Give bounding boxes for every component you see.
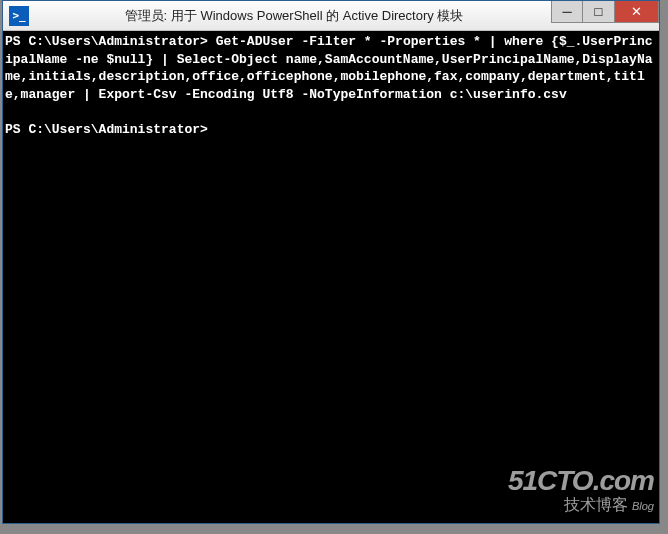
titlebar[interactable]: >_ 管理员: 用于 Windows PowerShell 的 Active D…: [3, 1, 659, 31]
powershell-window: >_ 管理员: 用于 Windows PowerShell 的 Active D…: [2, 0, 660, 524]
minimize-button[interactable]: ─: [551, 1, 583, 23]
close-button[interactable]: ✕: [615, 1, 659, 23]
prompt-2: PS C:\Users\Administrator>: [5, 122, 216, 137]
maximize-button[interactable]: □: [583, 1, 615, 23]
prompt-1: PS C:\Users\Administrator>: [5, 34, 208, 49]
terminal-body[interactable]: PS C:\Users\Administrator> Get-ADUser -F…: [3, 31, 659, 523]
powershell-icon: >_: [9, 6, 29, 26]
window-controls: ─ □ ✕: [551, 1, 659, 23]
